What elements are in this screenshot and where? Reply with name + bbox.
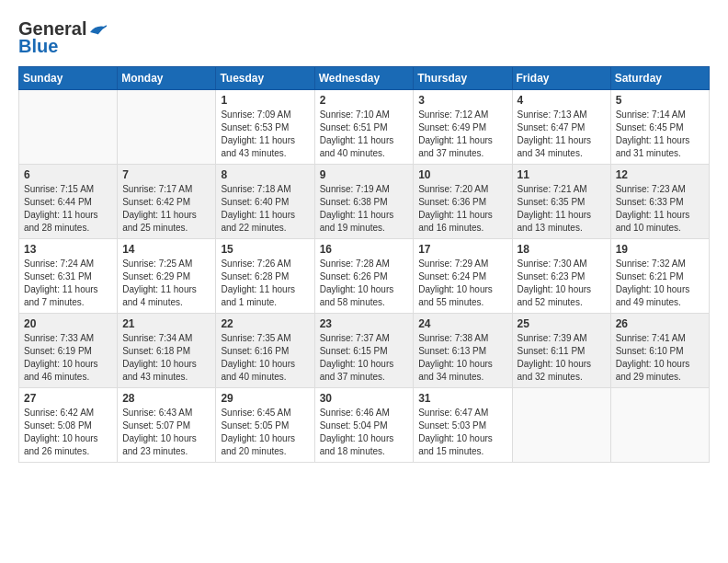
day-number: 5 <box>616 94 704 107</box>
calendar-cell: 3Sunrise: 7:12 AMSunset: 6:49 PMDaylight… <box>414 90 512 165</box>
calendar-cell <box>19 90 118 165</box>
day-number: 6 <box>24 168 112 181</box>
day-detail: Sunrise: 7:29 AMSunset: 6:24 PMDaylight:… <box>418 258 506 309</box>
weekday-header-friday: Friday <box>512 67 610 90</box>
calendar-cell: 20Sunrise: 7:33 AMSunset: 6:19 PMDayligh… <box>19 314 118 388</box>
day-number: 26 <box>616 317 704 330</box>
day-number: 27 <box>24 392 112 405</box>
day-detail: Sunrise: 7:34 AMSunset: 6:18 PMDaylight:… <box>122 332 210 384</box>
calendar-week-row: 1Sunrise: 7:09 AMSunset: 6:53 PMDaylight… <box>19 90 710 165</box>
day-detail: Sunrise: 7:41 AMSunset: 6:10 PMDaylight:… <box>616 332 704 384</box>
day-number: 14 <box>122 243 210 256</box>
calendar-cell: 11Sunrise: 7:21 AMSunset: 6:35 PMDayligh… <box>512 165 610 239</box>
day-number: 29 <box>221 392 309 405</box>
calendar-week-row: 27Sunrise: 6:42 AMSunset: 5:08 PMDayligh… <box>19 388 710 463</box>
day-detail: Sunrise: 7:20 AMSunset: 6:36 PMDaylight:… <box>418 183 506 235</box>
calendar-cell: 9Sunrise: 7:19 AMSunset: 6:38 PMDaylight… <box>314 165 414 239</box>
day-detail: Sunrise: 7:38 AMSunset: 6:13 PMDaylight:… <box>418 332 506 384</box>
calendar-cell <box>118 90 216 165</box>
weekday-header-wednesday: Wednesday <box>314 67 414 90</box>
calendar-cell: 30Sunrise: 6:46 AMSunset: 5:04 PMDayligh… <box>314 388 414 463</box>
calendar-cell: 13Sunrise: 7:24 AMSunset: 6:31 PMDayligh… <box>19 239 118 314</box>
calendar-cell: 31Sunrise: 6:47 AMSunset: 5:03 PMDayligh… <box>414 388 512 463</box>
calendar-cell: 18Sunrise: 7:30 AMSunset: 6:23 PMDayligh… <box>512 239 610 314</box>
day-number: 19 <box>616 243 704 256</box>
day-detail: Sunrise: 7:12 AMSunset: 6:49 PMDaylight:… <box>418 109 506 160</box>
calendar-cell: 12Sunrise: 7:23 AMSunset: 6:33 PMDayligh… <box>610 165 709 239</box>
day-detail: Sunrise: 6:45 AMSunset: 5:05 PMDaylight:… <box>221 407 309 458</box>
calendar-cell: 4Sunrise: 7:13 AMSunset: 6:47 PMDaylight… <box>512 90 610 165</box>
weekday-header-sunday: Sunday <box>19 67 118 90</box>
day-number: 31 <box>418 392 506 405</box>
calendar-cell: 27Sunrise: 6:42 AMSunset: 5:08 PMDayligh… <box>19 388 118 463</box>
calendar-cell: 6Sunrise: 7:15 AMSunset: 6:44 PMDaylight… <box>19 165 118 239</box>
logo-bird-icon <box>88 23 107 36</box>
day-number: 16 <box>320 243 409 256</box>
day-detail: Sunrise: 7:15 AMSunset: 6:44 PMDaylight:… <box>24 183 112 235</box>
day-number: 3 <box>418 94 506 107</box>
calendar-cell: 8Sunrise: 7:18 AMSunset: 6:40 PMDaylight… <box>216 165 314 239</box>
calendar-cell <box>610 388 709 463</box>
day-number: 4 <box>518 94 606 107</box>
calendar-cell: 24Sunrise: 7:38 AMSunset: 6:13 PMDayligh… <box>414 314 512 388</box>
calendar-cell: 16Sunrise: 7:28 AMSunset: 6:26 PMDayligh… <box>314 239 414 314</box>
day-number: 11 <box>518 168 606 181</box>
calendar-cell: 21Sunrise: 7:34 AMSunset: 6:18 PMDayligh… <box>118 314 216 388</box>
day-detail: Sunrise: 7:14 AMSunset: 6:45 PMDaylight:… <box>616 109 704 160</box>
day-detail: Sunrise: 7:18 AMSunset: 6:40 PMDaylight:… <box>221 183 309 235</box>
day-number: 25 <box>518 317 606 330</box>
day-detail: Sunrise: 7:26 AMSunset: 6:28 PMDaylight:… <box>221 258 309 309</box>
day-detail: Sunrise: 7:21 AMSunset: 6:35 PMDaylight:… <box>518 183 606 235</box>
day-number: 12 <box>616 168 704 181</box>
calendar-cell: 7Sunrise: 7:17 AMSunset: 6:42 PMDaylight… <box>118 165 216 239</box>
weekday-header-tuesday: Tuesday <box>216 67 314 90</box>
day-detail: Sunrise: 7:33 AMSunset: 6:19 PMDaylight:… <box>24 332 112 384</box>
calendar-cell: 10Sunrise: 7:20 AMSunset: 6:36 PMDayligh… <box>414 165 512 239</box>
day-detail: Sunrise: 6:42 AMSunset: 5:08 PMDaylight:… <box>24 407 112 458</box>
weekday-header-monday: Monday <box>118 67 216 90</box>
day-detail: Sunrise: 7:28 AMSunset: 6:26 PMDaylight:… <box>320 258 409 309</box>
day-number: 24 <box>418 317 506 330</box>
calendar-week-row: 20Sunrise: 7:33 AMSunset: 6:19 PMDayligh… <box>19 314 710 388</box>
day-detail: Sunrise: 7:09 AMSunset: 6:53 PMDaylight:… <box>221 109 309 160</box>
calendar-cell: 25Sunrise: 7:39 AMSunset: 6:11 PMDayligh… <box>512 314 610 388</box>
weekday-header-thursday: Thursday <box>414 67 512 90</box>
calendar-cell: 17Sunrise: 7:29 AMSunset: 6:24 PMDayligh… <box>414 239 512 314</box>
day-number: 9 <box>320 168 409 181</box>
logo-blue: Blue <box>18 36 58 57</box>
day-detail: Sunrise: 7:39 AMSunset: 6:11 PMDaylight:… <box>518 332 606 384</box>
day-detail: Sunrise: 7:30 AMSunset: 6:23 PMDaylight:… <box>518 258 606 309</box>
calendar-cell: 28Sunrise: 6:43 AMSunset: 5:07 PMDayligh… <box>118 388 216 463</box>
calendar-cell: 5Sunrise: 7:14 AMSunset: 6:45 PMDaylight… <box>610 90 709 165</box>
day-detail: Sunrise: 7:35 AMSunset: 6:16 PMDaylight:… <box>221 332 309 384</box>
calendar-header-row: SundayMondayTuesdayWednesdayThursdayFrid… <box>19 67 710 90</box>
calendar-week-row: 13Sunrise: 7:24 AMSunset: 6:31 PMDayligh… <box>19 239 710 314</box>
day-number: 15 <box>221 243 309 256</box>
calendar-week-row: 6Sunrise: 7:15 AMSunset: 6:44 PMDaylight… <box>19 165 710 239</box>
day-number: 17 <box>418 243 506 256</box>
day-number: 23 <box>320 317 409 330</box>
day-number: 2 <box>320 94 409 107</box>
day-detail: Sunrise: 6:43 AMSunset: 5:07 PMDaylight:… <box>122 407 210 458</box>
day-detail: Sunrise: 7:25 AMSunset: 6:29 PMDaylight:… <box>122 258 210 309</box>
calendar-table: SundayMondayTuesdayWednesdayThursdayFrid… <box>18 66 710 463</box>
calendar-cell: 26Sunrise: 7:41 AMSunset: 6:10 PMDayligh… <box>610 314 709 388</box>
day-detail: Sunrise: 7:24 AMSunset: 6:31 PMDaylight:… <box>24 258 112 309</box>
day-detail: Sunrise: 7:23 AMSunset: 6:33 PMDaylight:… <box>616 183 704 235</box>
day-detail: Sunrise: 7:37 AMSunset: 6:15 PMDaylight:… <box>320 332 409 384</box>
day-detail: Sunrise: 7:13 AMSunset: 6:47 PMDaylight:… <box>518 109 606 160</box>
day-number: 22 <box>221 317 309 330</box>
weekday-header-saturday: Saturday <box>610 67 709 90</box>
day-detail: Sunrise: 7:32 AMSunset: 6:21 PMDaylight:… <box>616 258 704 309</box>
calendar-cell: 14Sunrise: 7:25 AMSunset: 6:29 PMDayligh… <box>118 239 216 314</box>
calendar-cell <box>512 388 610 463</box>
day-number: 7 <box>122 168 210 181</box>
day-number: 10 <box>418 168 506 181</box>
calendar-cell: 22Sunrise: 7:35 AMSunset: 6:16 PMDayligh… <box>216 314 314 388</box>
logo: General Blue <box>18 18 107 57</box>
day-number: 13 <box>24 243 112 256</box>
calendar-cell: 1Sunrise: 7:09 AMSunset: 6:53 PMDaylight… <box>216 90 314 165</box>
calendar-cell: 19Sunrise: 7:32 AMSunset: 6:21 PMDayligh… <box>610 239 709 314</box>
calendar-cell: 29Sunrise: 6:45 AMSunset: 5:05 PMDayligh… <box>216 388 314 463</box>
calendar-cell: 23Sunrise: 7:37 AMSunset: 6:15 PMDayligh… <box>314 314 414 388</box>
